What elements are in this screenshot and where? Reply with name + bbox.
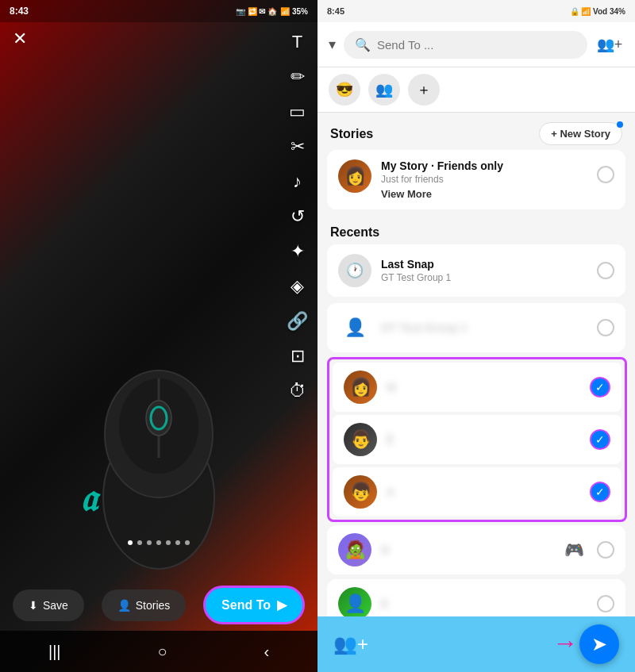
contact-n-checkbox[interactable]: [597, 541, 614, 559]
left-bottom-actions: ⬇ Save 👤 Stories Send To ▶: [0, 586, 318, 624]
stories-button[interactable]: 👤 Stories: [102, 589, 187, 621]
dot-1: [128, 540, 133, 545]
send-arrow-indicator: →: [552, 628, 578, 658]
nav-menu-icon[interactable]: |||: [48, 643, 61, 661]
send-to-button[interactable]: Send To ▶: [203, 586, 305, 624]
avatar-small: 👤: [117, 599, 131, 612]
add-friend-bottom-icon[interactable]: 👥+: [333, 633, 368, 655]
search-bar[interactable]: 🔍: [344, 31, 587, 59]
page-indicator: [128, 540, 190, 545]
contact-a-avatar: 👦: [344, 475, 377, 509]
checked-contacts-container: 👩 M ✓ 👨 ई ✓ 👦 A ✓: [327, 357, 625, 522]
my-story-radio[interactable]: [597, 166, 614, 183]
send-to-content: Stories + New Story 👩 My Story · Friends…: [318, 113, 635, 672]
link-tool-icon[interactable]: 🔗: [287, 311, 308, 332]
contact-a-item[interactable]: 👦 A ✓: [333, 467, 622, 516]
right-time: 8:45: [327, 6, 344, 16]
new-story-dot: [617, 121, 623, 128]
send-button[interactable]: ➤: [579, 624, 619, 664]
last-snap-info: Last Snap GT Test Group 1: [381, 258, 587, 283]
right-panel: 8:45 🔒 📶 Vod 34% ▾ 🔍 👥+ 😎 👥 ＋ Stories + …: [318, 0, 635, 672]
crop-tool-icon[interactable]: ⊡: [287, 346, 308, 367]
right-status-icons: 🔒 📶 Vod 34%: [570, 7, 626, 16]
dot-4: [156, 540, 161, 545]
contact-e-name: E: [381, 597, 587, 610]
text-tool-icon[interactable]: T: [287, 32, 308, 52]
background-image: 𝔞: [0, 0, 318, 672]
game-controller-icon: 🎮: [564, 540, 584, 559]
contact-n-name: N: [381, 543, 555, 556]
last-snap-icon: 🕐: [338, 254, 371, 287]
left-panel: 𝔞 8:43 📷 🔁 ✉ 🏠 📶 35% ✕ T ✏ ▭ ✂ ♪ ↺ ✦ ◈ 🔗…: [0, 0, 318, 672]
gt-group-item[interactable]: 👤 GT Test Group 1: [327, 303, 625, 352]
dot-3: [147, 540, 152, 545]
rotate-tool-icon[interactable]: ↺: [287, 206, 308, 227]
contact-m-checkbox[interactable]: ✓: [590, 377, 610, 397]
send-arrow-icon: ▶: [277, 597, 287, 612]
contact-m-item[interactable]: 👩 M ✓: [333, 363, 622, 412]
new-story-button[interactable]: + New Story: [539, 122, 622, 145]
right-bottom-bar: 👥+ → ➤: [318, 616, 635, 672]
contact-m-avatar: 👩: [344, 371, 377, 404]
dot-2: [137, 540, 142, 545]
nav-back-icon[interactable]: ‹: [264, 643, 269, 661]
stories-title: Stories: [330, 127, 373, 141]
save-icon: ⬇: [29, 599, 38, 612]
contact-e-checkbox[interactable]: [597, 595, 614, 612]
music-tool-icon[interactable]: ♪: [287, 171, 308, 192]
stories-section-header: Stories + New Story: [318, 113, 635, 150]
timer-tool-icon[interactable]: ⏱: [287, 381, 308, 401]
left-status-icons: 📷 🔁 ✉ 🏠 📶 35%: [236, 7, 308, 16]
dot-7: [185, 540, 190, 545]
add-action-button[interactable]: ＋: [408, 74, 440, 106]
emoji-action-button[interactable]: 😎: [329, 74, 360, 106]
add-friend-icon[interactable]: 👥+: [595, 30, 624, 59]
recents-section-header: Recents: [318, 216, 635, 244]
my-story-info: My Story · Friends only Just for friends…: [381, 159, 587, 200]
dot-5: [166, 540, 171, 545]
eraser-tool-icon[interactable]: ◈: [287, 276, 308, 297]
contact-2-name: ई: [387, 433, 580, 447]
left-status-bar: 8:43 📷 🔁 ✉ 🏠 📶 35%: [0, 0, 318, 22]
brand-logo: 𝔞: [79, 476, 97, 521]
my-story-row: 👩 My Story · Friends only Just for frien…: [338, 159, 614, 200]
send-to-header: ▾ 🔍 👥+: [318, 22, 635, 67]
friends-action-button[interactable]: 👥: [368, 74, 400, 106]
stories-label: Stories: [136, 599, 171, 612]
last-snap-item[interactable]: 🕐 Last Snap GT Test Group 1: [327, 244, 625, 297]
pen-tool-icon[interactable]: ✏: [287, 67, 308, 87]
gt-group-checkbox[interactable]: [597, 319, 614, 336]
contact-n-item[interactable]: 🧟 N 🎮: [327, 525, 625, 574]
recents-title: Recents: [330, 225, 379, 240]
last-snap-sub: GT Test Group 1: [381, 272, 587, 283]
my-story-card: 👩 My Story · Friends only Just for frien…: [327, 150, 625, 209]
my-story-sub: Just for friends: [381, 174, 587, 185]
nav-home-icon[interactable]: ○: [157, 643, 167, 661]
scissor-tool-icon[interactable]: ✂: [287, 136, 308, 157]
contact-n-avatar: 🧟: [338, 533, 371, 566]
save-button[interactable]: ⬇ Save: [13, 589, 84, 621]
save-label: Save: [43, 599, 68, 612]
my-story-avatar: 👩: [338, 159, 371, 193]
my-story-name: My Story · Friends only: [381, 159, 587, 172]
view-more-label[interactable]: View More: [381, 188, 587, 200]
sticker-tool-icon[interactable]: ▭: [287, 102, 308, 122]
contact-e-avatar: 👤: [338, 587, 371, 620]
last-snap-name: Last Snap: [381, 258, 587, 271]
contact-2-item[interactable]: 👨 ई ✓: [333, 415, 622, 464]
gt-group-name: GT Test Group 1: [381, 321, 587, 334]
quick-actions-bar: 😎 👥 ＋: [318, 67, 635, 113]
gt-group-avatar: 👤: [338, 311, 371, 344]
last-snap-checkbox[interactable]: [597, 262, 614, 279]
close-button[interactable]: ✕: [13, 29, 27, 49]
search-input[interactable]: [377, 38, 576, 52]
send-to-label: Send To: [221, 598, 271, 612]
contact-a-checkbox[interactable]: ✓: [590, 482, 610, 502]
dot-6: [175, 540, 180, 545]
chevron-down-icon[interactable]: ▾: [329, 36, 336, 53]
right-status-bar: 8:45 🔒 📶 Vod 34%: [318, 0, 635, 22]
purple-selection-box: 👩 M ✓ 👨 ई ✓ 👦 A ✓: [327, 357, 627, 522]
contact-2-checkbox[interactable]: ✓: [590, 429, 610, 450]
effects-tool-icon[interactable]: ✦: [287, 241, 308, 262]
contact-a-name: A: [387, 486, 580, 498]
